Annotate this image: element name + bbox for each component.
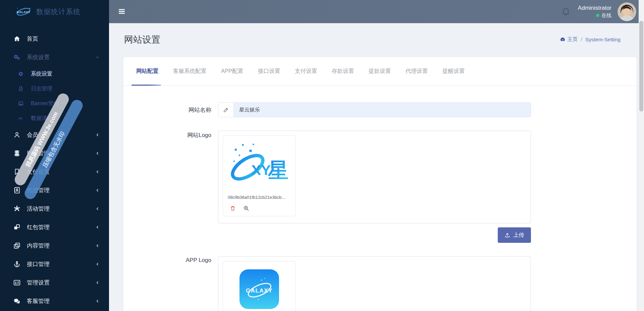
- avatar[interactable]: [618, 2, 636, 21]
- sidebar-item-label: 支付设置: [27, 168, 50, 176]
- breadcrumb: 主页 / System-Setting: [560, 36, 621, 43]
- site-name-input[interactable]: [234, 103, 531, 117]
- sidebar-toggle-button[interactable]: [118, 7, 126, 16]
- sidebar-item-label: 红包管理: [27, 223, 50, 231]
- breadcrumb-home-link[interactable]: 主页: [560, 36, 578, 43]
- bookmark-icon: [12, 168, 21, 175]
- delete-logo-button[interactable]: [230, 205, 236, 211]
- sidebar-item-agent-management[interactable]: 代理管理: [0, 181, 109, 199]
- avatar-image: [618, 2, 636, 21]
- online-status-label: 在线: [601, 12, 611, 19]
- site-logo-char: 星: [267, 159, 288, 182]
- breadcrumb-current-link[interactable]: System-Setting: [585, 37, 621, 43]
- site-name-input-group: [218, 102, 531, 117]
- chevron-down-icon: [95, 55, 100, 59]
- bell-icon: [561, 6, 571, 16]
- preview-logo-button[interactable]: [243, 205, 249, 211]
- sidebar-item-label: 系统设置: [27, 53, 50, 61]
- id-card-icon: [12, 279, 21, 286]
- galaxy-logo-icon: GALAXY: [15, 6, 32, 17]
- site-logo-label: 网站Logo: [123, 131, 218, 223]
- tab-item[interactable]: 存款设置: [332, 57, 354, 85]
- sidebar-item-admin-settings[interactable]: 管理设置: [0, 273, 109, 292]
- sidebar-item-system-settings[interactable]: 系统设置: [0, 48, 109, 66]
- tab-item[interactable]: 网站配置: [136, 57, 158, 85]
- topbar-right: Administrator 在线: [561, 0, 636, 23]
- sidebar-item-label: 客服管理: [27, 297, 50, 305]
- page-title: 网站设置: [124, 34, 160, 46]
- notifications-button[interactable]: [561, 6, 571, 17]
- user-icon: [12, 131, 21, 138]
- tab-item[interactable]: 代理设置: [406, 57, 428, 85]
- image-icon: [16, 101, 25, 106]
- site-logo-box: XY 星 08c9b36a01fb12cb21e3bcb...: [218, 131, 531, 223]
- topbar: Administrator 在线: [109, 0, 644, 23]
- asterisk-icon: [12, 205, 21, 212]
- chevron-left-icon: [95, 188, 100, 192]
- home-icon: [12, 35, 21, 42]
- sidebar-item-member-management[interactable]: 会员管理: [0, 126, 109, 144]
- online-status-dot: [596, 14, 599, 17]
- sidebar-item-data-cleanup[interactable]: ✂数据清理: [0, 111, 109, 126]
- tab-item[interactable]: 支付设置: [295, 57, 317, 85]
- site-logo-filename: 08c9b36a01fb12cb21e3bcb...: [226, 195, 292, 200]
- sidebar-item-system-settings-sub[interactable]: 系统设置: [0, 66, 109, 81]
- sidebar-item-content-management[interactable]: 内容管理: [0, 236, 109, 255]
- tab-item[interactable]: 提款设置: [369, 57, 391, 85]
- comments-icon: [12, 298, 21, 305]
- app-logo-image: GALAXY: [239, 269, 279, 309]
- chevron-left-icon: [95, 151, 100, 156]
- sidebar-item-redpacket-management[interactable]: 红包管理: [0, 218, 109, 236]
- sidebar-item-log-management[interactable]: 日志管理: [0, 81, 109, 96]
- sidebar-item-activity-management[interactable]: 活动管理: [0, 199, 109, 218]
- app-logo-thumbnail: GALAXY: [223, 261, 296, 311]
- dashboard-icon: [560, 37, 566, 42]
- sidebar-item-label: 接口管理: [27, 260, 50, 268]
- tab-item[interactable]: 提醒设置: [442, 57, 465, 85]
- scissors-icon: ✂: [16, 116, 25, 121]
- user-block[interactable]: Administrator 在线: [578, 4, 611, 19]
- upload-row: 上传: [123, 227, 637, 243]
- sidebar-item-label: 内容管理: [27, 242, 50, 250]
- tab-item[interactable]: 客服系统配置: [173, 57, 206, 85]
- sidebar-item-service-management[interactable]: 客服管理: [0, 292, 109, 310]
- brand: GALAXY 数据统计系统: [0, 0, 109, 23]
- app-title: 数据统计系统: [36, 7, 80, 16]
- cubes-icon: [12, 224, 21, 231]
- sidebar-item-home[interactable]: 首页: [0, 30, 109, 48]
- scrollbar-track[interactable]: [639, 0, 644, 311]
- sidebar-item-label: Banner管理: [31, 100, 59, 107]
- upload-icon: [504, 232, 510, 238]
- chevron-left-icon: [95, 225, 100, 229]
- sidebar-item-label: 活动管理: [27, 205, 50, 213]
- sidebar-item-finance-management[interactable]: 财务管理: [0, 144, 109, 163]
- site-logo-row: 网站Logo: [123, 131, 637, 223]
- sidebar-item-label: 代理管理: [27, 186, 50, 194]
- chevron-left-icon: [95, 280, 100, 285]
- sidebar: GALAXY 数据统计系统 首页系统设置系统设置日志管理Banner管理✂数据清…: [0, 0, 109, 311]
- clone-icon: [12, 242, 21, 249]
- chevron-left-icon: [95, 207, 100, 211]
- tab-item[interactable]: APP配置: [221, 57, 243, 85]
- chevron-left-icon: [95, 299, 100, 303]
- anchor-icon: [12, 261, 21, 268]
- sidebar-item-banner-management[interactable]: Banner管理: [0, 96, 109, 111]
- settings-card: 网站配置客服系统配置APP配置接口设置支付设置存款设置提款设置代理设置提醒设置 …: [123, 57, 637, 311]
- page-head: 网站设置 主页 / System-Setting: [124, 32, 621, 47]
- file-icon: [16, 86, 25, 91]
- address-book-icon: [12, 187, 21, 194]
- site-name-row: 网站名称: [123, 102, 637, 117]
- cogs-icon: [12, 54, 21, 61]
- sidebar-item-label: 系统设置: [31, 71, 52, 78]
- sidebar-item-api-management[interactable]: 接口管理: [0, 255, 109, 273]
- sidebar-item-payment-settings[interactable]: 支付设置: [0, 163, 109, 181]
- chevron-left-icon: [95, 262, 100, 266]
- upload-button-label: 上传: [513, 231, 524, 239]
- app-logo-row: APP Logo GALAXY: [123, 256, 637, 311]
- edit-icon: [218, 103, 234, 117]
- sidebar-item-label: 管理设置: [27, 279, 50, 286]
- sidebar-item-label: 会员管理: [27, 131, 50, 139]
- tab-item[interactable]: 接口设置: [258, 57, 280, 85]
- scrollbar-thumb[interactable]: [639, 21, 643, 112]
- upload-button[interactable]: 上传: [498, 227, 531, 243]
